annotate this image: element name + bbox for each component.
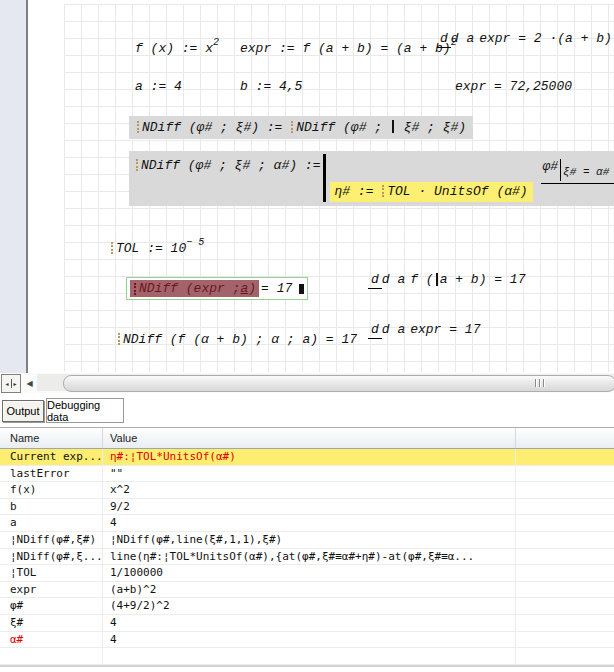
arrow-left-icon: ◀ [26, 379, 32, 388]
horizontal-scrollbar-strip: ◂▸ ◀ [0, 373, 614, 393]
row-name: expr [0, 582, 102, 598]
splitter-handle[interactable]: ◂▸ [1, 374, 21, 393]
debugging-data-table: Name Value Current exp...η#:¦TOL*UnitsOf… [0, 427, 614, 672]
expression-derivative-expr-2[interactable]: dd a expr = 17 [368, 322, 480, 337]
tab-output[interactable]: Output [2, 400, 44, 422]
ndiff2-lhs: NDiff (φ# ; ξ# ; α#) := [141, 158, 320, 173]
expression-a-definition[interactable]: a := 4 [135, 79, 182, 94]
column-divider[interactable] [102, 428, 103, 448]
row-name: f(x) [0, 482, 102, 498]
row-value: 4 [102, 515, 117, 531]
expr-base: expr := f (a + b) = (a + b) [240, 41, 451, 56]
condition-1: ξ# = α# + η# [563, 166, 614, 178]
row-name: a [0, 515, 102, 531]
ndiff1-rhs-pre: NDiff (φ# ; [296, 120, 390, 135]
eval-result: = 17 [261, 281, 292, 296]
table-body: Current exp...η#:¦TOL*UnitsOf(α#) lastEr… [0, 449, 614, 665]
row-value: "" [102, 466, 123, 482]
table-row-alpha[interactable]: α#4 [0, 632, 614, 649]
table-row[interactable]: f(x)x^2 [0, 482, 614, 499]
row-value: x^2 [102, 482, 130, 498]
row-name: Current exp... [0, 449, 102, 465]
sel-arg: a [240, 281, 248, 296]
expression-b-definition[interactable]: b := 4,5 [240, 79, 302, 94]
row-name: ¦TOL [0, 565, 102, 581]
local-name-marker-icon [137, 121, 139, 133]
row-value [102, 648, 110, 664]
expression-ndiff-evaluation[interactable]: NDiff (expr ;a) = 17 [126, 277, 308, 300]
derivative-numerator: d [437, 31, 451, 48]
eta-assign: η# := [334, 184, 381, 199]
worksheet-canvas[interactable]: f (x) := x2 expr := f (a + b) = (a + b)2… [0, 0, 614, 373]
row-value: (4+9/2)^2 [102, 598, 170, 614]
derivative-denominator: d a [451, 30, 474, 46]
table-row[interactable]: expr(a+b)^2 [0, 582, 614, 599]
line-operator-bar [323, 154, 326, 202]
ndiff2-body: η# := TOL · UnitsOf (α#) φ# ξ# = α# + η#… [330, 154, 614, 202]
table-row[interactable]: b9/2 [0, 499, 614, 516]
expression-ndiff-definition-1[interactable]: NDiff (φ# ; ξ#) := NDiff (φ# ; ξ# ; ξ#) [129, 116, 473, 139]
left-margin-panel [0, 0, 28, 373]
tol-unitsof: TOL · UnitsOf (α#) [387, 184, 527, 199]
bottom-panel-tabs: Output Debugging data [0, 393, 614, 427]
arrow-left-icon: ◂ [5, 380, 8, 387]
table-row[interactable]: ¦NDiff(φ#,ξ#)¦NDiff(φ#,line(ξ#,1,1),ξ#) [0, 532, 614, 549]
scrollbar-thumb[interactable] [63, 375, 614, 392]
column-header-value[interactable]: Value [110, 432, 137, 444]
expression-fx-definition[interactable]: f (x) := x2 [135, 41, 219, 56]
table-row[interactable]: φ#(4+9/2)^2 [0, 598, 614, 615]
expression-expr-definition[interactable]: expr := f (a + b) = (a + b)2 [240, 41, 457, 56]
phi-1: φ# [543, 159, 559, 174]
quotient-numerator: φ# ξ# = α# + η# − φ# ξ# = α# − η# [541, 159, 614, 184]
sel-pre: NDiff (expr ; [139, 281, 240, 296]
tol-exponent: − 5 [186, 237, 204, 248]
row-name: ¦NDiff(φ#,ξ... [0, 549, 102, 565]
row-name: lastError [0, 466, 102, 482]
table-header[interactable]: Name Value [0, 428, 614, 449]
local-name-marker-icon [134, 283, 136, 295]
row-value: 4 [102, 615, 117, 631]
tol-base: TOL := 10 [116, 241, 186, 256]
expression-derivative-f[interactable]: dd a f (a + b) = 17 [368, 272, 525, 287]
expression-ndiff-call[interactable]: NDiff (f (α + b) ; α ; a) = 17 [117, 332, 357, 347]
scroll-left-button[interactable]: ◀ [24, 376, 35, 390]
current-expression-highlight: η# := TOL · UnitsOf (α#) [330, 182, 532, 202]
table-row[interactable]: ξ#4 [0, 615, 614, 632]
derivative-fraction: dd a [368, 272, 405, 287]
column-divider[interactable] [515, 428, 516, 448]
table-row[interactable]: a4 [0, 515, 614, 532]
local-name-marker-icon [291, 121, 293, 133]
sel-close: ) [248, 281, 256, 296]
expression-derivative-expr[interactable]: dd a expr = 2 ·(a + b) [437, 31, 612, 46]
scrollbar-track[interactable] [37, 374, 614, 391]
expression-expr-result[interactable]: expr = 72,25000 [455, 79, 572, 94]
derivative-numerator: d [368, 322, 382, 339]
expression-tol-definition[interactable]: TOL := 10− 5 [110, 241, 204, 256]
table-row[interactable]: ¦TOL1/100000 [0, 565, 614, 582]
table-row-empty[interactable] [0, 648, 614, 665]
derivative-result: expr = 17 [410, 322, 480, 337]
fx-base: f (x) := x [135, 41, 213, 56]
table-row-current-expression[interactable]: Current exp...η#:¦TOL*UnitsOf(α#) [0, 449, 614, 466]
fx-exponent: 2 [213, 37, 219, 48]
column-header-name[interactable]: Name [10, 432, 39, 444]
derivative-denominator: d a [382, 271, 405, 287]
derivative-result: expr = 2 ·(a + b) [479, 31, 612, 46]
row-value: 4 [102, 632, 117, 648]
ndiff1-lhs: NDiff (φ# ; ξ#) := [142, 120, 290, 135]
local-name-marker-icon [382, 185, 384, 197]
row-value: η#:¦TOL*UnitsOf(α#) [102, 449, 236, 465]
local-name-marker-icon [118, 333, 120, 345]
splitter-bar-icon [11, 379, 12, 388]
deriv-f-post: a + b) = 17 [440, 272, 526, 287]
tab-debugging-data[interactable]: Debugging data [46, 398, 124, 423]
column-divider [515, 449, 516, 665]
local-name-marker-icon [136, 159, 138, 171]
text-cursor [436, 273, 438, 286]
local-name-marker-icon [111, 242, 113, 254]
table-row[interactable]: ¦NDiff(φ#,ξ...line(η#:¦TOL*UnitsOf(α#),{… [0, 549, 614, 566]
expression-ndiff-definition-2[interactable]: NDiff (φ# ; ξ# ; α#) := η# := TOL · Unit… [129, 151, 614, 206]
derivative-numerator: d [368, 272, 382, 289]
text-cursor [392, 120, 394, 133]
table-row[interactable]: lastError"" [0, 466, 614, 483]
